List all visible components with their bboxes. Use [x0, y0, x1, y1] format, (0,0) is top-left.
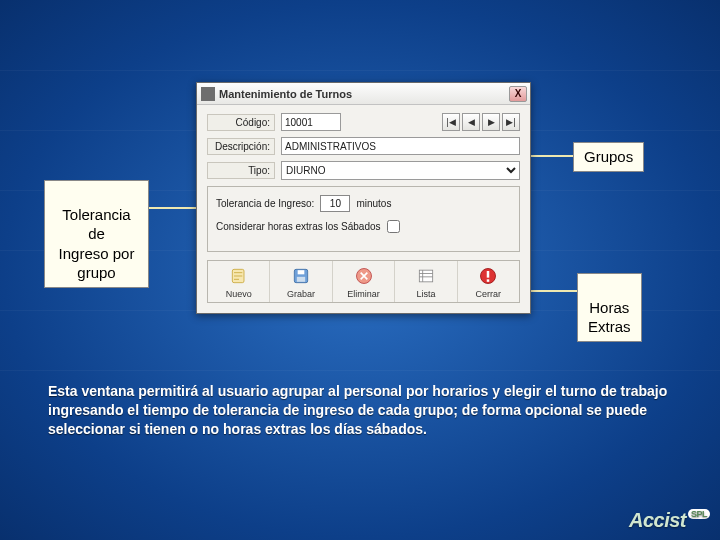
checkbox-sabados[interactable] — [387, 220, 400, 233]
row-codigo: Código: |◀ ◀ ▶ ▶| — [207, 113, 520, 131]
nav-next-button[interactable]: ▶ — [482, 113, 500, 131]
grabar-label: Grabar — [287, 289, 315, 299]
label-tipo: Tipo: — [207, 162, 275, 179]
callout-horas-text: Horas Extras — [588, 299, 631, 336]
nav-first-button[interactable]: |◀ — [442, 113, 460, 131]
cerrar-icon — [477, 265, 499, 287]
grabar-button[interactable]: Grabar — [270, 261, 332, 302]
nav-prev-button[interactable]: ◀ — [462, 113, 480, 131]
nav-last-icon: ▶| — [506, 117, 515, 127]
record-nav: |◀ ◀ ▶ ▶| — [442, 113, 520, 131]
eliminar-label: Eliminar — [347, 289, 380, 299]
logo-text: Accist — [629, 509, 686, 531]
nav-first-icon: |◀ — [446, 117, 455, 127]
label-tolerancia: Tolerancia de Ingreso: — [216, 198, 314, 209]
titlebar: Mantenimiento de Turnos X — [197, 83, 530, 105]
app-icon — [201, 87, 215, 101]
svg-rect-5 — [419, 270, 432, 282]
close-button[interactable]: X — [509, 86, 527, 102]
logo-suffix: SPL — [688, 509, 710, 519]
label-codigo: Código: — [207, 114, 275, 131]
nuevo-icon — [228, 265, 250, 287]
input-tolerancia[interactable] — [320, 195, 350, 212]
window-body: Código: |◀ ◀ ▶ ▶| Descripción: Tipo: DIU… — [197, 105, 530, 313]
eliminar-button[interactable]: Eliminar — [333, 261, 395, 302]
label-sabados: Considerar horas extras los Sábados — [216, 221, 381, 232]
nav-prev-icon: ◀ — [468, 117, 475, 127]
callout-grupos-text: Grupos — [584, 148, 633, 165]
window-title: Mantenimiento de Turnos — [219, 88, 509, 100]
nuevo-button[interactable]: Nuevo — [208, 261, 270, 302]
cerrar-button[interactable]: Cerrar — [458, 261, 519, 302]
nav-last-button[interactable]: ▶| — [502, 113, 520, 131]
caption-text: Esta ventana permitirá al usuario agrupa… — [48, 383, 667, 437]
close-icon: X — [515, 88, 522, 99]
callout-grupos: Grupos — [573, 142, 644, 172]
row-descripcion: Descripción: — [207, 137, 520, 155]
callout-horas: Horas Extras — [577, 273, 642, 342]
lista-button[interactable]: Lista — [395, 261, 457, 302]
grabar-icon — [290, 265, 312, 287]
cerrar-label: Cerrar — [476, 289, 502, 299]
nuevo-label: Nuevo — [226, 289, 252, 299]
lista-icon — [415, 265, 437, 287]
dialog-mantenimiento-turnos: Mantenimiento de Turnos X Código: |◀ ◀ ▶… — [196, 82, 531, 314]
row-tolerancia: Tolerancia de Ingreso: minutos — [216, 195, 511, 212]
input-codigo[interactable] — [281, 113, 341, 131]
svg-rect-3 — [297, 277, 305, 282]
svg-rect-8 — [487, 279, 490, 282]
svg-rect-2 — [298, 270, 305, 274]
toolbar: Nuevo Grabar Eliminar Lista — [207, 260, 520, 303]
callout-line-grupos — [528, 155, 573, 157]
slide-caption: Esta ventana permitirá al usuario agrupa… — [48, 382, 682, 439]
svg-rect-7 — [487, 271, 490, 278]
label-descripcion: Descripción: — [207, 138, 275, 155]
input-descripcion[interactable] — [281, 137, 520, 155]
select-tipo[interactable]: DIURNO — [281, 161, 520, 180]
brand-logo: AccistSPL — [629, 509, 710, 532]
row-tipo: Tipo: DIURNO — [207, 161, 520, 180]
callout-tolerancia: Tolerancia de Ingreso por grupo — [44, 180, 149, 288]
nav-next-icon: ▶ — [488, 117, 495, 127]
lista-label: Lista — [416, 289, 435, 299]
row-sabados: Considerar horas extras los Sábados — [216, 220, 511, 233]
label-tolerancia-unit: minutos — [356, 198, 391, 209]
callout-tolerancia-text: Tolerancia de Ingreso por grupo — [59, 206, 135, 282]
eliminar-icon — [353, 265, 375, 287]
group-tolerancia: Tolerancia de Ingreso: minutos Considera… — [207, 186, 520, 252]
